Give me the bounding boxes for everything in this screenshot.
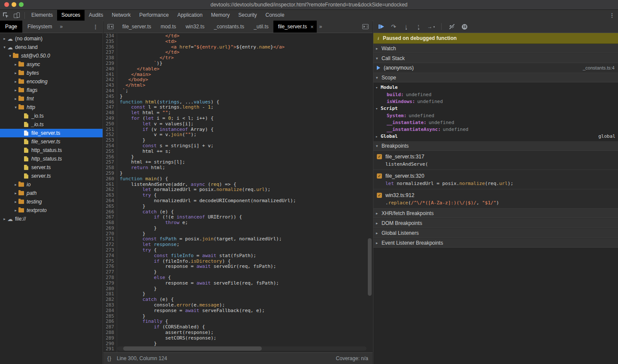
disclosure-triangle[interactable]: ▸ bbox=[2, 36, 7, 41]
code-editor[interactable]: 234 </td>235 <td>236 <a href="${entry.ur… bbox=[103, 33, 373, 353]
breakpoint-entry[interactable]: ✓file_server.ts:320let normalizedUrl = p… bbox=[373, 170, 618, 189]
close-tab-icon[interactable]: × bbox=[310, 24, 314, 30]
tree-item-http[interactable]: ▾http bbox=[0, 103, 103, 112]
disclosure-triangle[interactable]: ▸ bbox=[13, 97, 18, 101]
tab-sources[interactable]: Sources bbox=[57, 10, 85, 21]
call-stack-frame[interactable]: (anonymous)_constants.ts:4 bbox=[373, 63, 618, 73]
more-tabs-icon[interactable]: » bbox=[57, 24, 65, 30]
hide-debugger-icon[interactable] bbox=[362, 24, 369, 29]
line-number[interactable]: 235 bbox=[103, 39, 117, 45]
tree-item-flags[interactable]: ▸flags bbox=[0, 86, 103, 94]
overflow-menu-icon[interactable]: ⋮ bbox=[606, 12, 618, 18]
horizontal-scrollbar[interactable] bbox=[117, 346, 367, 351]
disclosure-triangle[interactable]: ▸ bbox=[13, 71, 18, 75]
code-line[interactable]: return html; bbox=[117, 165, 165, 171]
section-watch[interactable]: ▸Watch bbox=[373, 44, 618, 53]
tree-item-fmt[interactable]: ▸fmt bbox=[0, 94, 103, 103]
tree-item-encoding[interactable]: ▸encoding bbox=[0, 77, 103, 86]
scope-group-script[interactable]: ▾Script bbox=[373, 105, 618, 112]
tree-item-http-status-ts[interactable]: http_status.ts bbox=[0, 155, 103, 163]
line-number[interactable]: 249 bbox=[103, 116, 117, 121]
breakpoint-entry[interactable]: ✓win32.ts:912.replace(/^\/*([A-Za-z]:)(\… bbox=[373, 189, 618, 209]
breakpoint-checkbox[interactable]: ✓ bbox=[377, 154, 382, 159]
pretty-print-icon[interactable]: {} bbox=[107, 355, 112, 361]
disclosure-triangle[interactable]: ▸ bbox=[13, 88, 18, 92]
disclosure-triangle[interactable]: ▸ bbox=[13, 62, 18, 67]
tree-item-testing[interactable]: ▸testing bbox=[0, 197, 103, 206]
tab-filesystem[interactable]: Filesystem bbox=[22, 21, 57, 33]
line-number[interactable]: 284 bbox=[103, 308, 117, 314]
tree-item-server-ts[interactable]: server.ts bbox=[0, 172, 103, 180]
section-global-listeners[interactable]: ▸Global Listeners bbox=[373, 228, 618, 238]
breakpoint-checkbox[interactable]: ✓ bbox=[377, 173, 382, 179]
breakpoint-entry[interactable]: ✓file_server.ts:317listenAndServe( bbox=[373, 151, 618, 170]
tree-item-io-ts[interactable]: _io.ts bbox=[0, 120, 103, 129]
disclosure-triangle[interactable]: ▾ bbox=[13, 105, 18, 109]
line-number[interactable]: 244 bbox=[103, 88, 117, 94]
tree-item-file-server-ts[interactable]: file_server.ts bbox=[0, 129, 103, 137]
tab-elements[interactable]: Elements bbox=[27, 10, 57, 21]
tab-page[interactable]: Page bbox=[0, 21, 22, 33]
editor-tab-mod-ts[interactable]: mod.ts bbox=[156, 21, 181, 33]
line-number[interactable]: 245 bbox=[103, 94, 117, 100]
tree-item-async[interactable]: ▸async bbox=[0, 60, 103, 69]
tree-item-std-v0-50-0[interactable]: ▾std@v0.50.0 bbox=[0, 52, 103, 60]
section-breakpoints[interactable]: ▾Breakpoints bbox=[373, 141, 618, 151]
navigator-menu-icon[interactable]: ⋮ bbox=[88, 24, 103, 30]
line-number[interactable]: 259 bbox=[103, 171, 117, 176]
scope-group-global[interactable]: ▸Globalglobal bbox=[373, 133, 618, 140]
step-out-icon[interactable] bbox=[414, 23, 423, 30]
tab-console[interactable]: Console bbox=[261, 10, 289, 21]
tree-item-no-domain[interactable]: ▸☁(no domain) bbox=[0, 34, 103, 43]
line-number[interactable]: 279 bbox=[103, 281, 117, 286]
disclosure-triangle[interactable]: ▸ bbox=[13, 182, 18, 187]
vertical-scrollbar-thumb[interactable] bbox=[368, 238, 372, 296]
tree-item-server-ts[interactable]: server.ts bbox=[0, 163, 103, 172]
inspect-icon[interactable] bbox=[0, 10, 11, 21]
tree-item-io-ts[interactable]: _io.ts bbox=[0, 112, 103, 120]
hide-navigator-icon[interactable] bbox=[107, 24, 114, 29]
more-editor-tabs-icon[interactable]: » bbox=[317, 24, 325, 30]
line-number[interactable]: 288 bbox=[103, 330, 117, 336]
tab-network[interactable]: Network bbox=[107, 10, 135, 21]
line-number[interactable]: 283 bbox=[103, 303, 117, 308]
disclosure-triangle[interactable]: ▸ bbox=[13, 208, 18, 212]
line-number[interactable]: 289 bbox=[103, 336, 117, 341]
line-number[interactable]: 274 bbox=[103, 253, 117, 259]
step-icon[interactable] bbox=[427, 23, 435, 30]
disclosure-triangle[interactable]: ▸ bbox=[13, 79, 18, 84]
editor-tab-file-server-ts[interactable]: file_server.ts bbox=[118, 21, 156, 33]
step-into-icon[interactable] bbox=[402, 23, 410, 30]
editor-tab-constants-ts[interactable]: _constants.ts bbox=[209, 21, 249, 33]
disclosure-triangle[interactable]: ▾ bbox=[2, 45, 7, 49]
tab-application[interactable]: Application bbox=[173, 10, 207, 21]
device-toolbar-icon[interactable] bbox=[11, 10, 22, 21]
line-number[interactable]: 260 bbox=[103, 176, 117, 182]
line-number[interactable]: 263 bbox=[103, 193, 117, 198]
disclosure-triangle[interactable]: ▸ bbox=[13, 200, 18, 204]
line-number[interactable]: 291 bbox=[103, 346, 117, 352]
tab-security[interactable]: Security bbox=[234, 10, 261, 21]
section-xhr-fetch-breakpoints[interactable]: ▸XHR/fetch Breakpoints bbox=[373, 209, 618, 218]
tree-item-file-server-ts[interactable]: file_server.ts bbox=[0, 137, 103, 146]
disclosure-triangle[interactable]: ▸ bbox=[13, 191, 18, 195]
tree-item-path[interactable]: ▸path bbox=[0, 189, 103, 197]
disclosure-triangle[interactable]: ▾ bbox=[7, 54, 13, 58]
tree-item-io[interactable]: ▸io bbox=[0, 180, 103, 189]
line-number[interactable]: 240 bbox=[103, 67, 117, 72]
line-number[interactable]: 254 bbox=[103, 143, 117, 149]
deactivate-breakpoints-icon[interactable] bbox=[448, 23, 456, 30]
resume-icon[interactable] bbox=[377, 23, 385, 30]
line-number[interactable]: 258 bbox=[103, 165, 117, 171]
code-line[interactable]: } bbox=[117, 341, 157, 347]
tab-audits[interactable]: Audits bbox=[85, 10, 107, 21]
line-number[interactable]: 273 bbox=[103, 248, 117, 253]
tree-item-http-status-ts[interactable]: http_status.ts bbox=[0, 146, 103, 155]
line-number[interactable]: 278 bbox=[103, 275, 117, 281]
disclosure-triangle[interactable]: ▸ bbox=[2, 217, 7, 221]
tree-item-textproto[interactable]: ▸textproto bbox=[0, 206, 103, 215]
line-number[interactable]: 234 bbox=[103, 33, 117, 39]
tab-performance[interactable]: Performance bbox=[135, 10, 173, 21]
section-call-stack[interactable]: ▾Call Stack bbox=[373, 53, 618, 63]
horizontal-scrollbar-thumb[interactable] bbox=[123, 346, 262, 351]
